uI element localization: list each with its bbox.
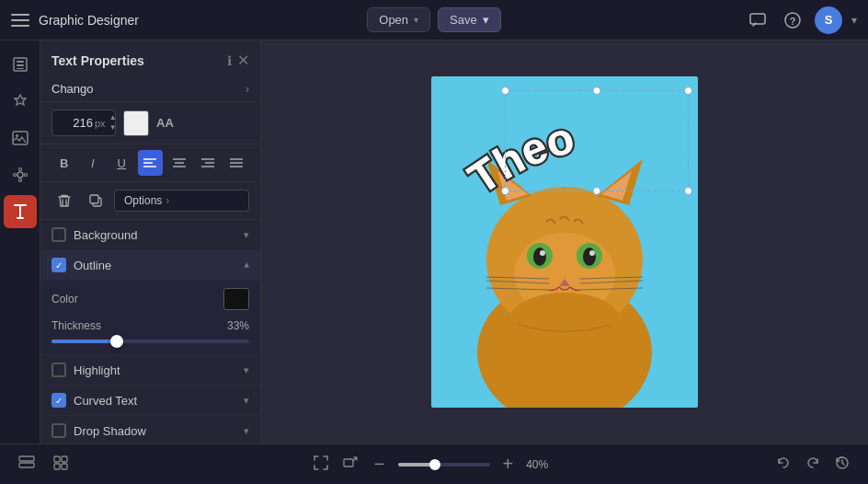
outline-thickness-value: 33%: [218, 319, 249, 332]
text-properties-panel: Text Properties ℹ ✕ Chango › px ▲ ▼ AA B: [40, 40, 261, 444]
outline-content: Color Thickness 33%: [40, 281, 260, 355]
svg-point-13: [24, 174, 27, 177]
font-chevron-icon: ›: [246, 83, 249, 96]
drop-shadow-label: Drop Shadow: [74, 424, 244, 438]
svg-rect-4: [17, 61, 24, 63]
outline-section[interactable]: Outline ▾: [40, 250, 260, 281]
svg-rect-55: [54, 464, 60, 469]
outline-checkbox[interactable]: [51, 258, 66, 272]
curved-text-label: Curved Text: [74, 394, 244, 408]
align-center-button[interactable]: [166, 150, 191, 176]
zoom-in-button[interactable]: +: [497, 452, 520, 477]
curved-text-section[interactable]: Curved Text ▾: [40, 386, 260, 416]
highlight-chevron-icon: ▾: [244, 364, 249, 376]
svg-point-48: [509, 293, 620, 348]
sidebar-item-images[interactable]: [4, 121, 37, 155]
user-avatar[interactable]: S: [815, 6, 842, 34]
font-name-label: Chango: [51, 82, 94, 96]
font-size-up-button[interactable]: ▲: [108, 113, 119, 122]
outline-slider-fill: [51, 340, 117, 343]
main-area: Text Properties ℹ ✕ Chango › px ▲ ▼ AA B: [0, 40, 868, 444]
bottom-center: − + 40%: [294, 452, 574, 478]
help-button[interactable]: ?: [780, 7, 805, 33]
fit-icon[interactable]: [310, 452, 332, 478]
panel-info-icon[interactable]: ℹ: [227, 53, 232, 68]
svg-text:?: ?: [790, 16, 796, 27]
font-size-down-button[interactable]: ▼: [108, 123, 119, 133]
underline-button[interactable]: U: [109, 150, 134, 176]
zoom-out-button[interactable]: −: [369, 452, 391, 477]
app-title: Graphic Designer: [39, 13, 139, 28]
svg-rect-5: [17, 64, 24, 66]
svg-point-9: [17, 172, 23, 178]
panel-header: Text Properties ℹ ✕: [40, 40, 260, 76]
font-size-input[interactable]: [58, 116, 93, 130]
panel-title: Text Properties: [51, 53, 222, 68]
svg-rect-56: [62, 464, 67, 469]
highlight-section[interactable]: Highlight ▾: [40, 355, 260, 386]
font-size-arrows: ▲ ▼: [108, 113, 119, 133]
design-canvas[interactable]: Theo Theo: [431, 76, 698, 408]
align-right-button[interactable]: [195, 150, 220, 176]
undo-button[interactable]: [772, 452, 794, 478]
drop-shadow-section[interactable]: Drop Shadow ▾: [40, 416, 260, 444]
drop-shadow-checkbox[interactable]: [51, 423, 66, 438]
svg-rect-57: [344, 459, 353, 467]
align-justify-button[interactable]: [224, 150, 249, 176]
text-case-icon[interactable]: AA: [156, 116, 174, 130]
zoom-slider-thumb[interactable]: [429, 459, 440, 470]
open-button[interactable]: Open ▾: [367, 7, 430, 32]
svg-point-38: [583, 248, 596, 266]
topbar: Graphic Designer Open ▾ Save ▾ ? S ▾: [0, 0, 868, 40]
font-selector[interactable]: Chango ›: [40, 76, 260, 102]
sidebar-item-text[interactable]: [4, 195, 37, 228]
outline-thickness-slider[interactable]: [51, 340, 249, 343]
svg-rect-27: [90, 195, 98, 203]
layers-panel-icon[interactable]: [15, 452, 39, 478]
background-checkbox[interactable]: [51, 227, 66, 242]
outline-slider-thumb[interactable]: [110, 335, 123, 348]
align-left-button[interactable]: [138, 150, 163, 176]
svg-rect-51: [19, 456, 34, 461]
delete-button[interactable]: [51, 188, 77, 213]
bottom-bar: − + 40%: [0, 444, 868, 484]
grid-panel-icon[interactable]: [50, 452, 72, 478]
drop-shadow-chevron-icon: ▾: [244, 425, 249, 437]
outline-chevron-icon: ▾: [244, 259, 249, 271]
bottom-left: [15, 452, 294, 478]
highlight-label: Highlight: [74, 363, 244, 377]
svg-rect-6: [17, 68, 24, 69]
svg-rect-52: [19, 463, 34, 467]
highlight-checkbox[interactable]: [51, 363, 66, 377]
svg-point-8: [16, 134, 18, 137]
sidebar-item-layers[interactable]: [4, 48, 37, 81]
svg-rect-54: [62, 456, 67, 462]
resize-icon[interactable]: [339, 452, 361, 478]
sidebar-item-components[interactable]: [4, 158, 37, 191]
user-menu-chevron[interactable]: ▾: [851, 14, 857, 27]
duplicate-button[interactable]: [83, 188, 108, 213]
options-chevron-icon: ›: [166, 194, 169, 207]
redo-button[interactable]: [802, 452, 824, 478]
curved-text-checkbox[interactable]: [51, 393, 66, 408]
topbar-left: Graphic Designer: [11, 13, 367, 28]
save-button[interactable]: Save ▾: [438, 7, 501, 32]
zoom-slider[interactable]: [398, 463, 490, 467]
svg-point-39: [540, 250, 545, 256]
comment-button[interactable]: [745, 7, 771, 33]
sidebar-item-elements[interactable]: [4, 85, 37, 118]
text-color-swatch[interactable]: [123, 110, 149, 136]
svg-point-40: [589, 250, 595, 256]
background-label: Background: [74, 228, 244, 242]
outline-color-swatch[interactable]: [223, 288, 249, 310]
panel-close-icon[interactable]: ✕: [237, 52, 249, 69]
italic-button[interactable]: I: [80, 150, 105, 176]
outline-thickness-row: Thickness 33%: [51, 319, 249, 332]
background-chevron-icon: ▾: [244, 229, 249, 241]
history-button[interactable]: [831, 452, 853, 478]
open-chevron-icon: ▾: [414, 15, 418, 25]
bold-button[interactable]: B: [51, 150, 76, 176]
options-button[interactable]: Options ›: [114, 190, 249, 212]
background-section[interactable]: Background ▾: [40, 220, 260, 250]
menu-icon[interactable]: [11, 14, 29, 27]
